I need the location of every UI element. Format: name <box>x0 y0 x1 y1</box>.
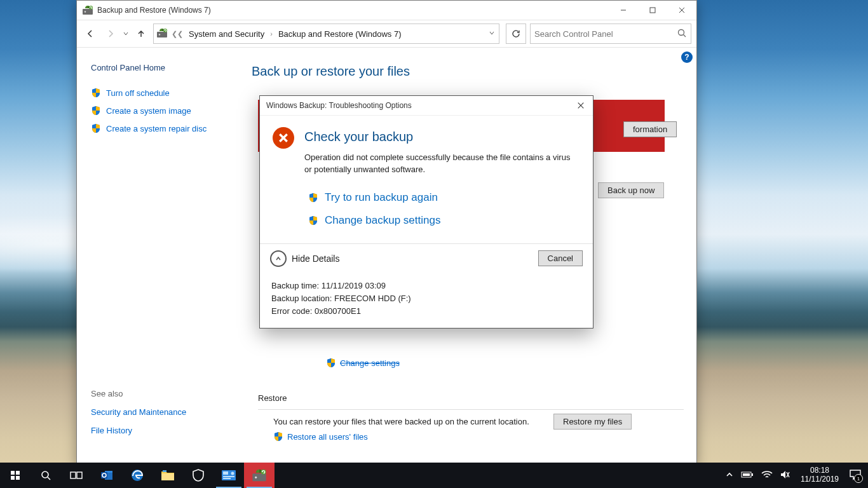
tray-overflow[interactable] <box>726 471 733 480</box>
svg-point-21 <box>231 472 234 475</box>
see-also-heading: See also <box>91 389 186 398</box>
help-icon[interactable]: ? <box>681 51 693 63</box>
shield-icon <box>273 431 283 442</box>
sidebar-item-label: Turn off schedule <box>106 88 170 98</box>
taskbar[interactable]: 08:18 11/11/2019 1 <box>0 463 868 488</box>
window-title: Backup and Restore (Windows 7) <box>97 6 211 15</box>
troubleshooting-dialog: Windows Backup: Troubleshooting Options … <box>259 95 593 329</box>
dialog-close-button[interactable] <box>571 96 590 115</box>
shield-icon <box>91 123 101 133</box>
taskbar-search[interactable] <box>31 463 61 488</box>
svg-rect-6 <box>16 471 20 475</box>
change-backup-settings-link[interactable]: Change backup settings <box>308 214 579 227</box>
backup-time-label: Backup time: <box>271 281 319 290</box>
shield-icon <box>326 358 336 368</box>
svg-rect-3 <box>650 8 655 13</box>
taskbar-file-explorer[interactable] <box>153 463 183 488</box>
error-icon <box>273 127 294 149</box>
chevron-up-icon <box>270 250 287 267</box>
taskbar-backup-app[interactable] <box>244 463 275 488</box>
svg-rect-20 <box>223 471 228 475</box>
dialog-message: Operation did not complete successfully … <box>304 152 579 176</box>
maximize-button[interactable] <box>638 1 667 20</box>
taskbar-outlook[interactable] <box>92 463 122 488</box>
history-dropdown[interactable] <box>123 25 129 42</box>
notification-badge: 1 <box>854 474 863 483</box>
dialog-details: Backup time: 11/11/2019 03:09 Backup loc… <box>260 273 593 328</box>
back-button[interactable] <box>82 25 98 42</box>
battery-icon[interactable] <box>741 471 754 480</box>
titlebar[interactable]: Backup and Restore (Windows 7) <box>77 1 696 20</box>
svg-rect-10 <box>71 472 76 478</box>
wifi-icon[interactable] <box>761 470 773 481</box>
svg-rect-23 <box>223 478 231 479</box>
restore-my-files-button[interactable]: Restore my files <box>553 414 632 430</box>
restore-all-users-link[interactable]: Restore all users' files <box>273 431 648 442</box>
address-bar[interactable]: ❮❮ System and Security › Backup and Rest… <box>153 24 499 44</box>
sidebar-item-create-repair-disc[interactable]: Create a system repair disc <box>91 123 245 133</box>
refresh-button[interactable] <box>506 24 526 44</box>
run-backup-again-link[interactable]: Try to run backup again <box>308 191 579 204</box>
sidebar-item-label: Create a system image <box>106 106 191 116</box>
shield-icon <box>308 215 318 226</box>
backup-time-value: 11/11/2019 03:09 <box>322 281 386 290</box>
task-view-button[interactable] <box>61 463 92 488</box>
back-up-now-button[interactable]: Back up now <box>598 182 664 198</box>
svg-rect-22 <box>223 476 234 477</box>
dialog-titlebar[interactable]: Windows Backup: Troubleshooting Options <box>260 96 593 116</box>
see-also-security[interactable]: Security and Maintenance <box>91 407 186 417</box>
search-input[interactable]: Search Control Panel <box>530 24 691 44</box>
chevron-right-icon[interactable]: › <box>269 30 274 37</box>
dialog-title: Windows Backup: Troubleshooting Options <box>266 101 412 110</box>
up-button[interactable] <box>133 25 149 42</box>
search-icon <box>677 28 687 40</box>
taskbar-control-panel[interactable] <box>214 463 244 488</box>
sidebar-item-turn-off-schedule[interactable]: Turn off schedule <box>91 88 245 98</box>
backup-location-value: FREECOM HDD (F:) <box>334 294 411 303</box>
search-placeholder: Search Control Panel <box>534 29 613 39</box>
start-button[interactable] <box>0 463 31 488</box>
svg-rect-8 <box>16 476 20 480</box>
taskbar-edge[interactable] <box>122 463 153 488</box>
clock-date: 11/11/2019 <box>801 475 839 484</box>
dialog-heading: Check your backup <box>304 130 579 144</box>
shield-icon <box>91 105 101 116</box>
sidebar: Control Panel Home Turn off schedule Cre… <box>77 48 245 464</box>
breadcrumb-b[interactable]: Backup and Restore (Windows 7) <box>276 29 403 39</box>
svg-rect-25 <box>752 473 753 476</box>
svg-rect-11 <box>77 472 82 478</box>
taskbar-security[interactable] <box>183 463 214 488</box>
sidebar-item-create-system-image[interactable]: Create a system image <box>91 105 245 116</box>
app-icon <box>82 4 93 16</box>
nav-toolbar: ❮❮ System and Security › Backup and Rest… <box>77 20 696 48</box>
change-settings-link[interactable]: Change settings <box>326 358 400 368</box>
forward-button[interactable] <box>102 25 119 42</box>
chevron-right-icon[interactable]: ❮❮ <box>170 30 184 38</box>
backup-location-label: Backup location: <box>271 294 332 303</box>
cancel-button[interactable]: Cancel <box>538 250 583 266</box>
svg-rect-26 <box>743 473 750 476</box>
svg-rect-5 <box>11 471 15 475</box>
action-center-button[interactable]: 1 <box>849 469 862 482</box>
close-button[interactable] <box>667 1 696 20</box>
address-dropdown[interactable] <box>487 30 496 37</box>
svg-rect-17 <box>161 473 174 480</box>
taskbar-clock[interactable]: 08:18 11/11/2019 <box>801 466 839 484</box>
see-also-file-history[interactable]: File History <box>91 426 186 435</box>
manage-information-button[interactable]: formation <box>623 121 677 137</box>
volume-icon[interactable] <box>780 470 790 481</box>
control-panel-home-link[interactable]: Control Panel Home <box>91 63 245 72</box>
error-code-value: 0x800700E1 <box>315 306 361 316</box>
page-title: Back up or restore your files <box>252 64 684 79</box>
breadcrumb-a[interactable]: System and Security <box>187 29 266 39</box>
error-code-label: Error code: <box>271 306 312 316</box>
svg-rect-7 <box>11 476 15 480</box>
hide-details-toggle[interactable]: Hide Details <box>270 250 339 267</box>
minimize-button[interactable] <box>609 1 638 20</box>
clock-time: 08:18 <box>801 466 839 475</box>
svg-point-4 <box>679 30 684 36</box>
see-also: See also Security and Maintenance File H… <box>91 389 186 444</box>
svg-point-9 <box>42 471 48 478</box>
svg-rect-18 <box>163 470 166 472</box>
system-tray: 08:18 11/11/2019 1 <box>719 463 868 488</box>
